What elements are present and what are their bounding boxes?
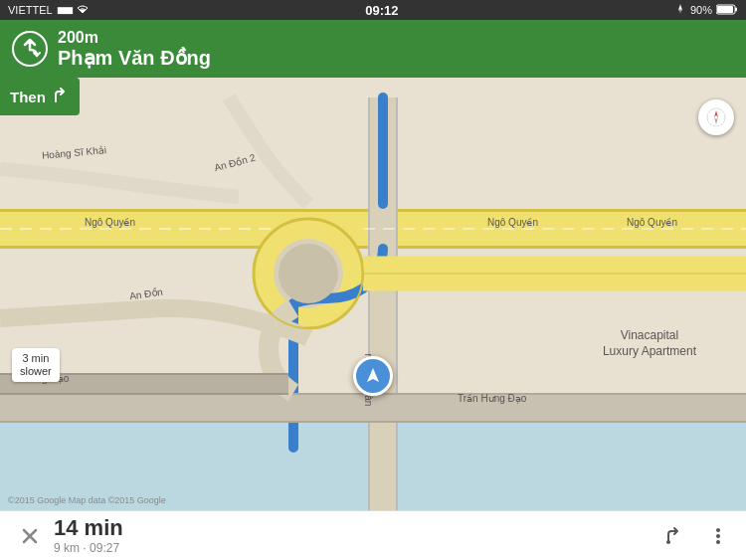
traffic-badge: 3 min slower	[12, 348, 60, 382]
vinacapital-line1: Vinacapital	[603, 328, 696, 344]
vinacapital-label: Vinacapital Luxury Apartment	[603, 328, 696, 359]
nav-distance: 200m	[58, 29, 211, 47]
nav-info: 200m Phạm Văn Đồng	[58, 29, 211, 69]
close-icon	[22, 528, 38, 544]
eta-arrival: 09:27	[90, 541, 119, 555]
eta-details: 9 km · 09:27	[54, 541, 662, 555]
nav-turn-icon	[12, 31, 48, 67]
svg-rect-14	[368, 97, 370, 510]
navigation-arrow	[353, 356, 393, 396]
svg-rect-4	[717, 6, 733, 13]
compass-button[interactable]	[698, 99, 734, 135]
then-button[interactable]: Then	[0, 78, 80, 115]
battery-icon	[716, 4, 738, 17]
nav-arrow-icon	[363, 366, 383, 386]
bottom-actions	[662, 524, 730, 548]
traffic-line1: 3 min	[20, 352, 52, 365]
vinacapital-line2: Luxury Apartment	[603, 344, 696, 360]
status-right: 90%	[674, 3, 738, 17]
clock: 09:12	[365, 3, 398, 18]
route-icon	[664, 526, 684, 546]
carrier-label: VIETTEL	[8, 4, 53, 16]
bottom-bar: 14 min 9 km · 09:27	[0, 510, 746, 560]
street-label-ngo-quyen-3: Ngô Quyền	[627, 217, 677, 228]
map-svg	[0, 20, 746, 510]
nav-header: 200m Phạm Văn Đồng	[0, 20, 746, 78]
street-label-ngo-quyen-2: Ngô Quyền	[487, 217, 538, 228]
street-label-ngo-quyen-1: Ngô Quyền	[85, 217, 135, 228]
then-label: Then	[10, 89, 46, 105]
svg-rect-15	[396, 97, 398, 510]
eta-distance: 9 km	[54, 541, 80, 555]
route-options-button[interactable]	[662, 524, 686, 548]
svg-rect-3	[735, 7, 737, 11]
wifi-icon	[76, 4, 90, 17]
more-options-button[interactable]	[706, 524, 730, 548]
close-button[interactable]	[16, 522, 44, 550]
svg-point-34	[716, 534, 720, 538]
signal-icon: ▮▮▮▮▮	[57, 5, 72, 15]
then-arrow-icon	[52, 88, 70, 105]
svg-marker-29	[367, 368, 379, 382]
nav-street-name: Phạm Văn Đồng	[58, 47, 211, 69]
more-icon	[708, 526, 728, 546]
map-watermark: ©2015 Google Map data ©2015 Google	[8, 495, 166, 505]
svg-rect-25	[0, 393, 288, 395]
status-bar: VIETTEL ▮▮▮▮▮ 09:12 90%	[0, 0, 746, 20]
compass-icon	[706, 107, 726, 127]
battery-level-label: 90%	[690, 4, 712, 16]
svg-point-35	[716, 540, 720, 544]
street-label-tran-hung-dao: Trần Hưng Đạo	[458, 393, 526, 404]
map-area: Hoàng Sĩ Khải An Đồn 2 Ngô Quyền Ngô Quy…	[0, 20, 746, 510]
status-left: VIETTEL ▮▮▮▮▮	[8, 4, 90, 17]
traffic-line2: slower	[20, 365, 52, 378]
svg-point-32	[666, 540, 670, 544]
eta-time: 14 min	[54, 516, 662, 540]
svg-rect-18	[0, 421, 746, 423]
eta-info: 14 min 9 km · 09:27	[54, 516, 662, 554]
gps-icon	[674, 3, 686, 17]
svg-point-33	[716, 528, 720, 532]
svg-point-20	[279, 244, 338, 303]
